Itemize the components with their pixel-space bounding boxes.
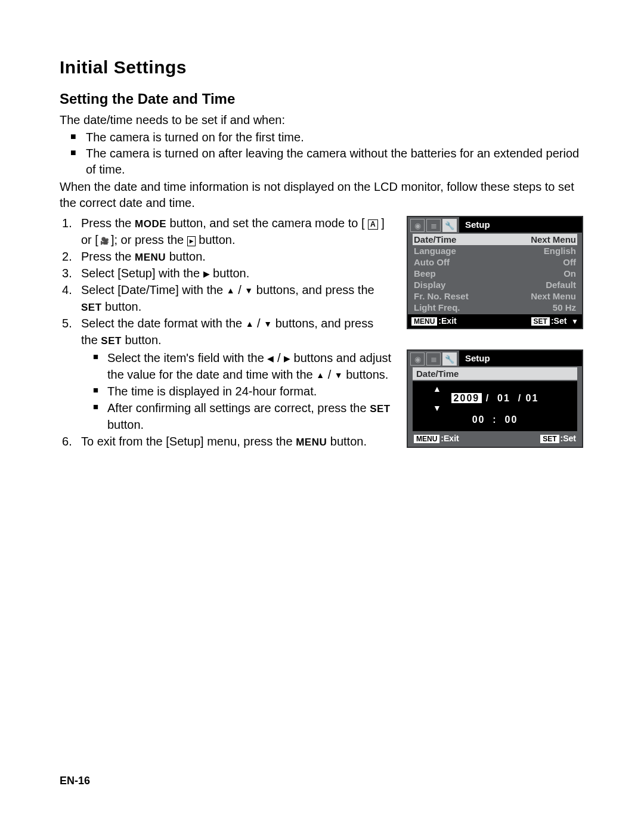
step-5: Select the date format with the ▲ / ▼ bu…: [76, 315, 392, 433]
section-subtitle: Setting the Date and Time: [60, 91, 584, 107]
lcd-row: Date/TimeNext Menu: [413, 234, 577, 245]
lcd-footer: MENU:Exit SET:Set: [408, 431, 582, 447]
lcd-footer: MENU:Exit SET:Set ▼: [408, 314, 582, 328]
steps-list: Press the MODE button, and set the camer…: [60, 215, 392, 450]
menu-label: MENU: [135, 252, 166, 263]
year-field: 2009: [451, 393, 482, 403]
set-label: SET: [101, 335, 122, 346]
bullet-item: The camera is turned on for the first ti…: [73, 129, 584, 146]
minute-field: 00: [505, 414, 518, 425]
substep: Select the item's field with the ◀ / ▶ b…: [95, 349, 392, 383]
hour-field: 00: [472, 414, 485, 425]
menu-label: MENU: [296, 437, 327, 448]
bullet-item: The camera is turned on after leaving th…: [73, 146, 584, 178]
down-icon: ▼: [433, 403, 441, 413]
down-icon: ▼: [244, 286, 253, 295]
set-label: SET: [370, 403, 391, 414]
list-tab-icon: ≣: [426, 219, 441, 232]
substeps: Select the item's field with the ◀ / ▶ b…: [81, 349, 392, 433]
left-icon: ◀: [267, 354, 274, 363]
lcd-date-area: ▲ 2009 / 01 / 01 ▼ 00 : 00: [413, 381, 577, 431]
down-icon: ▼: [264, 319, 272, 329]
lcd-row: Fr. No. ResetNext Menu: [413, 290, 577, 302]
lcd-datetime-head: Date/Time: [413, 367, 577, 380]
lcd-setup-list: ◉ ≣ 🔧 Setup Date/TimeNext Menu LanguageE…: [407, 216, 583, 329]
up-icon: ▲: [316, 370, 324, 380]
lcd-row: LanguageEnglish: [413, 245, 577, 256]
mode-label: MODE: [135, 218, 166, 230]
play-icon: ▸: [187, 236, 196, 246]
down-icon: ▼: [335, 370, 343, 380]
camera-tab-icon: ◉: [410, 352, 425, 366]
lcd-title: Setup: [459, 217, 582, 233]
step-4: Select [Date/Time] with the ▲ / ▼ button…: [76, 281, 392, 315]
up-icon: ▲: [433, 384, 441, 394]
lcd-row: Light Freq.50 Hz: [413, 302, 577, 313]
substep: The time is displayed in 24-hour format.: [95, 383, 392, 400]
page-title: Initial Settings: [60, 57, 584, 78]
step-6: To exit from the [Setup] menu, press the…: [76, 433, 392, 450]
substep: After confirming all settings are correc…: [95, 400, 392, 433]
video-mode-icon: 🎥: [98, 237, 111, 247]
lcd-screens: ◉ ≣ 🔧 Setup Date/TimeNext Menu LanguageE…: [407, 216, 584, 448]
page-number: EN-16: [60, 775, 90, 787]
step-1: Press the MODE button, and set the camer…: [76, 215, 392, 248]
setup-tab-icon: 🔧: [442, 219, 457, 232]
day-field: 01: [526, 393, 539, 403]
right-icon: ▶: [284, 354, 290, 363]
set-label: SET: [81, 302, 102, 313]
lcd-title: Setup: [459, 351, 582, 366]
down-icon: ▼: [571, 317, 578, 326]
lcd-row: BeepOn: [413, 268, 577, 279]
step-3: Select [Setup] with the ▶ button.: [76, 265, 392, 281]
up-icon: ▲: [246, 319, 254, 329]
up-icon: ▲: [227, 286, 235, 295]
intro-text: The date/time needs to be set if and whe…: [60, 112, 584, 128]
list-tab-icon: ≣: [426, 352, 441, 366]
lcd-row: Auto OffOff: [413, 256, 577, 268]
when-text: When the date and time information is no…: [60, 179, 584, 211]
setup-tab-icon: 🔧: [442, 352, 457, 366]
right-icon: ▶: [203, 269, 210, 279]
step-2: Press the MENU button.: [76, 248, 392, 265]
month-field: 01: [497, 393, 510, 403]
lcd-row: DisplayDefault: [413, 279, 577, 290]
camera-tab-icon: ◉: [410, 219, 425, 232]
lcd-datetime: ◉ ≣ 🔧 Setup Date/Time ▲ 2009 / 01 / 01 ▼: [407, 349, 583, 448]
intro-bullets: The camera is turned on for the first ti…: [60, 129, 584, 178]
a-mode-icon: A: [368, 219, 378, 230]
